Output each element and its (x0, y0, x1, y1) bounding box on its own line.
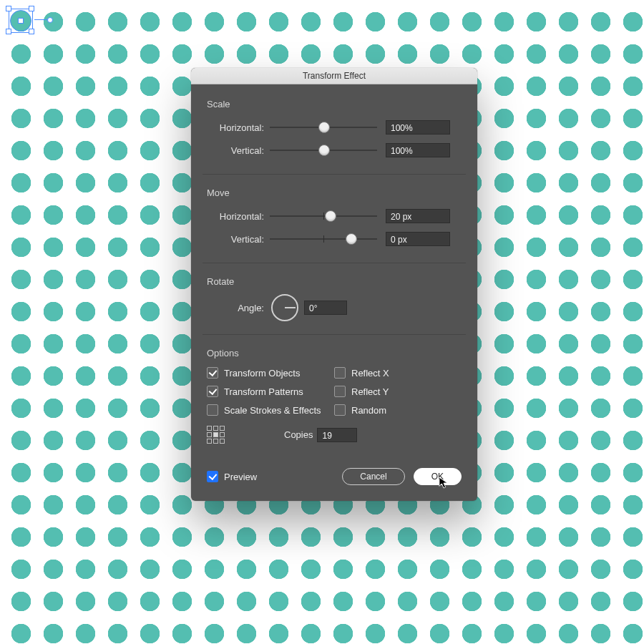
scale-horizontal-field[interactable]: 100% (386, 120, 450, 135)
transform-effect-dialog: Transform Effect Scale Horizontal: 100% … (191, 68, 477, 501)
angle-label: Angle: (207, 303, 264, 313)
checkbox-icon (334, 386, 346, 397)
selected-object-bbox[interactable] (6, 6, 34, 34)
options-section-label: Options (207, 348, 462, 358)
move-horizontal-slider[interactable] (270, 209, 377, 223)
ok-button-label: OK (431, 472, 444, 482)
transform-objects-label: Transform Objects (224, 368, 300, 379)
divider (203, 263, 466, 263)
checkbox-icon (207, 367, 218, 379)
scale-strokes-checkbox[interactable]: Scale Strokes & Effects (207, 404, 334, 416)
cancel-button[interactable]: Cancel (342, 468, 404, 485)
move-vertical-field[interactable]: 0 px (386, 232, 450, 246)
transform-patterns-checkbox[interactable]: Transform Patterns (207, 386, 334, 397)
transform-objects-checkbox[interactable]: Transform Objects (207, 367, 334, 379)
checkbox-icon (334, 367, 346, 379)
copies-label: Copies (284, 429, 313, 440)
move-horizontal-label: Horizontal: (207, 211, 264, 222)
dialog-title[interactable]: Transform Effect (191, 68, 477, 84)
preview-checkbox[interactable]: Preview (207, 471, 257, 482)
ok-button[interactable]: OK (414, 468, 462, 485)
checkbox-icon (207, 386, 218, 397)
reflect-y-label: Reflect Y (351, 386, 389, 397)
divider (203, 174, 466, 175)
scale-vertical-slider[interactable] (270, 143, 377, 157)
checkbox-icon (207, 404, 218, 416)
move-horizontal-field[interactable]: 20 px (386, 209, 450, 223)
scale-horizontal-label: Horizontal: (207, 122, 264, 133)
anchor-point-selector[interactable] (207, 426, 227, 444)
move-section-label: Move (207, 187, 462, 198)
reflect-y-checkbox[interactable]: Reflect Y (334, 386, 462, 397)
scale-strokes-label: Scale Strokes & Effects (224, 405, 321, 416)
scale-vertical-field[interactable]: 100% (386, 143, 450, 157)
scale-horizontal-slider[interactable] (270, 120, 377, 135)
preview-label: Preview (224, 472, 257, 482)
copies-field[interactable]: 19 (317, 428, 357, 442)
scale-section-label: Scale (207, 99, 462, 109)
random-label: Random (351, 405, 386, 416)
reflect-x-label: Reflect X (351, 368, 389, 379)
move-vertical-slider[interactable] (270, 232, 377, 246)
reflect-x-checkbox[interactable]: Reflect X (334, 367, 462, 379)
checkbox-icon (334, 404, 346, 416)
divider (203, 334, 466, 335)
scale-vertical-label: Vertical: (207, 145, 264, 156)
checkbox-icon (207, 471, 218, 482)
transform-patterns-label: Transform Patterns (224, 386, 303, 397)
random-checkbox[interactable]: Random (334, 404, 462, 416)
move-vertical-label: Vertical: (207, 234, 264, 245)
angle-field[interactable]: 0° (304, 301, 347, 315)
angle-dial[interactable] (271, 294, 298, 321)
rotate-section-label: Rotate (207, 276, 462, 287)
